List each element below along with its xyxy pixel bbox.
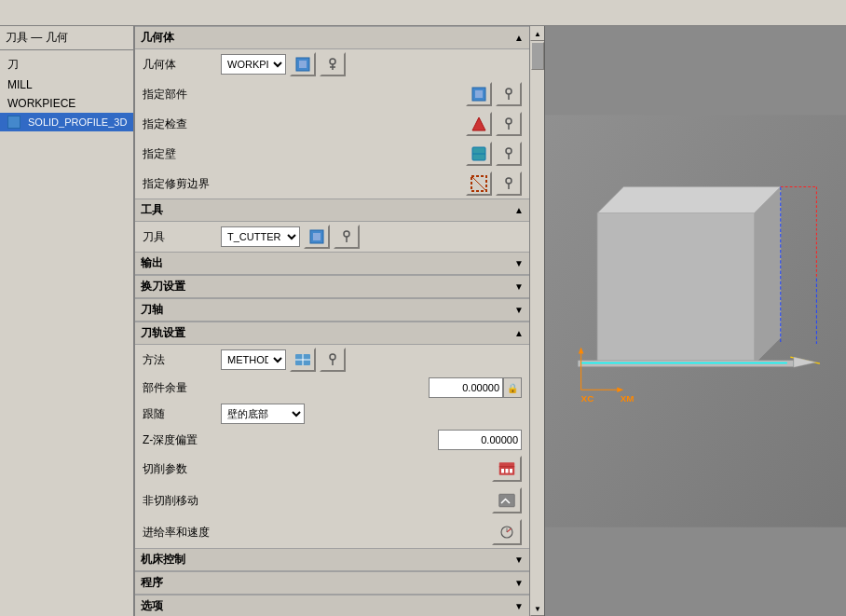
section-tool-change-header[interactable]: 换刀设置 ▼ [135, 275, 529, 298]
cut-params-btn[interactable] [492, 456, 522, 482]
feed-speed-btn[interactable] [492, 519, 522, 545]
specify-wall-btn2[interactable] [496, 142, 522, 166]
method-icon-btn1[interactable] [290, 348, 316, 372]
section-program-header[interactable]: 程序 ▼ [135, 571, 529, 595]
svg-text:XC: XC [581, 393, 594, 404]
cutter-label: 刀具 [143, 229, 217, 245]
geometry-icon-btn1[interactable] [290, 52, 316, 76]
svg-rect-33 [510, 469, 512, 473]
scroll-thumb[interactable] [531, 42, 544, 70]
part-stock-label: 部件余量 [143, 380, 217, 396]
section-output-title: 输出 [141, 255, 163, 271]
specify-trim-btn1[interactable] [466, 171, 492, 196]
nav-item-dao[interactable]: 刀 [0, 54, 133, 75]
non-cut-move-row: 非切削移动 [135, 485, 529, 516]
scroll-thumb-area [530, 41, 544, 601]
nav-item-workpiece[interactable]: WORKPIECE [0, 94, 133, 113]
specify-check-btn1[interactable] [466, 112, 492, 136]
section-program-title: 程序 [141, 575, 163, 591]
cutter-select[interactable]: T_CUTTER 0 [221, 226, 300, 247]
geometry-collapse-icon: ▲ [514, 33, 524, 43]
section-tool-change-title: 换刀设置 [141, 279, 185, 294]
svg-marker-9 [472, 117, 485, 130]
section-options-title: 选项 [141, 598, 163, 614]
section-axis-title: 刀轴 [141, 302, 163, 318]
viewport-svg: XC XM [545, 26, 846, 616]
svg-marker-40 [597, 213, 755, 363]
solid-profile-icon [7, 116, 20, 129]
scroll-up-btn[interactable]: ▲ [530, 26, 545, 41]
specify-trim-btn2[interactable] [496, 171, 522, 196]
program-collapse-icon: ▼ [514, 578, 524, 588]
form-scrollbar: ▲ ▼ [529, 26, 544, 616]
svg-rect-21 [313, 233, 321, 240]
svg-rect-32 [506, 469, 509, 473]
section-tool-title: 工具 [141, 202, 163, 218]
section-options-header[interactable]: 选项 ▼ [135, 595, 529, 616]
cut-params-label: 切削参数 [143, 461, 217, 477]
svg-point-10 [506, 118, 512, 124]
part-stock-input[interactable]: 0.00000 [429, 377, 503, 398]
section-geometry-title: 几何体 [141, 30, 174, 46]
non-cut-move-label: 非切削移动 [143, 493, 217, 509]
specify-check-label: 指定检查 [143, 116, 217, 132]
nav-item-solid-profile[interactable]: SOLID_PROFILE_3D [0, 113, 133, 131]
svg-rect-6 [475, 90, 483, 98]
follow-row: 跟随 壁的底部 [135, 401, 529, 427]
feed-speed-row: 进给率和速度 [135, 516, 529, 548]
svg-marker-39 [597, 187, 781, 213]
z-depth-row: Z-深度偏置 0.00000 [135, 427, 529, 453]
geometry-icon-btn2[interactable] [320, 52, 346, 76]
method-icon-btn2[interactable] [320, 348, 346, 372]
svg-point-14 [506, 148, 512, 154]
viewport-panel: XC XM [545, 26, 846, 616]
nav-title: 刀具 — 几何 [0, 26, 133, 50]
top-toolbar [0, 0, 846, 26]
z-depth-input[interactable]: 0.00000 [438, 430, 522, 450]
specify-part-btn1[interactable] [466, 82, 492, 106]
geometry-select[interactable]: WORKPIECE [221, 54, 286, 75]
svg-text:XM: XM [621, 393, 634, 404]
machine-control-collapse-icon: ▼ [514, 554, 524, 565]
svg-rect-31 [501, 469, 504, 473]
output-collapse-icon: ▼ [514, 258, 524, 268]
section-geometry-header[interactable]: 几何体 ▲ [135, 26, 529, 49]
axis-collapse-icon: ▼ [514, 305, 524, 315]
cut-params-row: 切削参数 [135, 453, 529, 485]
cutter-row: 刀具 T_CUTTER 0 [135, 222, 529, 252]
form-content: 几何体 ▲ 几何体 WORKPIECE 指定部件 [135, 26, 529, 616]
svg-point-22 [344, 231, 349, 237]
specify-check-btn2[interactable] [496, 112, 522, 136]
non-cut-move-btn[interactable] [492, 487, 522, 513]
part-stock-row: 部件余量 0.00000 🔒 [135, 375, 529, 401]
section-tool-header[interactable]: 工具 ▲ [135, 198, 529, 222]
part-stock-lock[interactable]: 🔒 [503, 377, 522, 398]
specify-part-label: 指定部件 [143, 87, 217, 103]
left-nav-panel: 刀具 — 几何 刀 MILL WORKPIECE SOLID_PROFILE_3… [0, 26, 135, 616]
scroll-down-btn[interactable]: ▼ [530, 601, 545, 616]
geometry-row: 几何体 WORKPIECE [135, 49, 529, 79]
section-machine-control-header[interactable]: 机床控制 ▼ [135, 548, 529, 571]
svg-line-17 [471, 176, 486, 191]
method-select[interactable]: METHOD [221, 349, 286, 370]
specify-part-btn2[interactable] [496, 82, 522, 106]
follow-label: 跟随 [143, 406, 217, 422]
section-output-header[interactable]: 输出 ▼ [135, 252, 529, 275]
section-axis-header[interactable]: 刀轴 ▼ [135, 298, 529, 322]
center-form-panel: 几何体 ▲ 几何体 WORKPIECE 指定部件 [135, 26, 545, 616]
z-depth-label: Z-深度偏置 [143, 432, 217, 448]
svg-marker-41 [755, 187, 781, 364]
nav-item-mill[interactable]: MILL [0, 75, 133, 94]
cutter-icon-btn2[interactable] [334, 225, 360, 249]
specify-part-row: 指定部件 [135, 79, 529, 109]
cutter-icon-btn1[interactable] [304, 225, 330, 249]
svg-point-27 [330, 354, 335, 360]
svg-rect-1 [299, 61, 307, 68]
geometry-label: 几何体 [143, 57, 217, 73]
svg-line-36 [507, 528, 512, 532]
tool-collapse-icon: ▲ [514, 205, 524, 215]
follow-select[interactable]: 壁的底部 [221, 404, 305, 424]
section-path-settings-header[interactable]: 刀轨设置 ▲ [135, 322, 529, 345]
specify-check-row: 指定检查 [135, 109, 529, 139]
specify-wall-btn1[interactable] [466, 142, 492, 166]
